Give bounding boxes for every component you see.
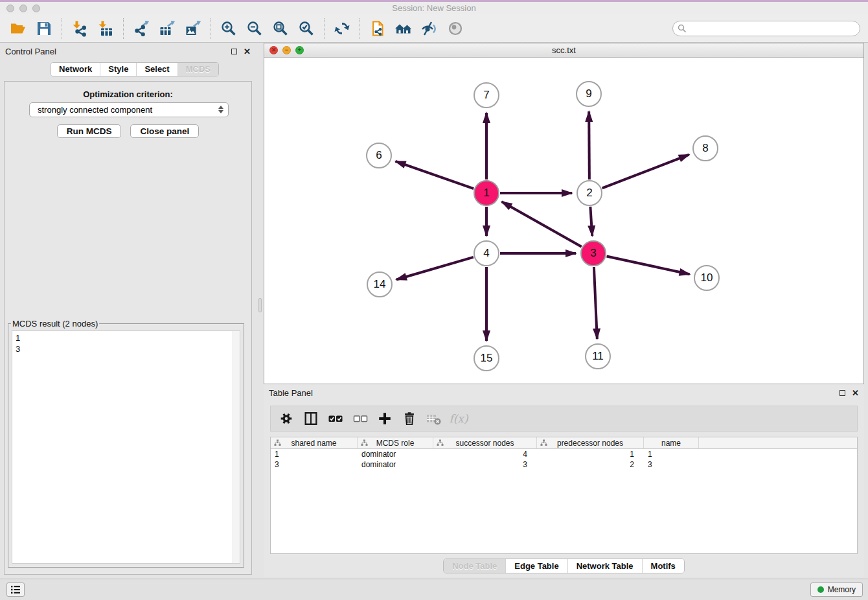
- task-history-button[interactable]: [6, 583, 25, 597]
- float-panel-icon[interactable]: [231, 49, 237, 54]
- save-session-button[interactable]: [31, 16, 57, 41]
- table-cell[interactable]: dominator: [358, 459, 433, 470]
- table-cell[interactable]: 2: [537, 459, 644, 470]
- refresh-button[interactable]: [329, 16, 355, 41]
- column-header-label: MCDS role: [376, 439, 415, 448]
- clone-network-button[interactable]: [365, 16, 391, 41]
- close-table-panel-icon[interactable]: ✕: [852, 389, 859, 397]
- search-input[interactable]: [672, 21, 860, 36]
- zoom-fit-button[interactable]: [268, 16, 293, 41]
- memory-label: Memory: [828, 585, 856, 594]
- edge-3-10[interactable]: [607, 256, 690, 274]
- export-network-button[interactable]: [128, 16, 154, 41]
- float-table-panel-icon[interactable]: [839, 390, 845, 396]
- deselect-all-button[interactable]: [350, 408, 371, 429]
- graph-node-11[interactable]: 11: [585, 343, 611, 369]
- graph-node-4[interactable]: 4: [474, 240, 499, 266]
- edge-2-8[interactable]: [602, 155, 689, 189]
- table-cell[interactable]: 1: [271, 449, 358, 459]
- tab-style[interactable]: Style: [100, 63, 136, 76]
- graph-node-8[interactable]: 8: [692, 135, 718, 161]
- tab-select[interactable]: Select: [136, 63, 177, 76]
- tab-node-table[interactable]: Node Table: [444, 559, 505, 573]
- network-maximize-button[interactable]: +: [295, 46, 304, 54]
- run-mcds-button[interactable]: Run MCDS: [57, 124, 122, 138]
- zoom-out-button[interactable]: [242, 16, 268, 41]
- network-minimize-button[interactable]: −: [282, 46, 291, 54]
- tab-network-table[interactable]: Network Table: [567, 559, 642, 573]
- graph-edges-layer: [264, 58, 863, 384]
- edge-3-11[interactable]: [594, 267, 597, 339]
- open-session-button[interactable]: [5, 16, 31, 41]
- gear-icon: [279, 411, 294, 426]
- mcds-result-fieldset: MCDS result (2 nodes) 1 3: [8, 319, 244, 568]
- result-scrollbar[interactable]: [233, 331, 240, 563]
- graph-node-7[interactable]: 7: [474, 82, 499, 108]
- table-cell[interactable]: 4: [433, 449, 537, 459]
- edge-2-9[interactable]: [589, 111, 589, 179]
- table-cell[interactable]: 3: [644, 459, 699, 470]
- control-panel-tabs: NetworkStyleSelectMCDS: [51, 62, 219, 76]
- export-image-button[interactable]: [180, 16, 206, 41]
- table-settings-button[interactable]: [276, 408, 297, 429]
- table-cell[interactable]: 1: [537, 449, 644, 459]
- edge-2-3[interactable]: [590, 207, 592, 236]
- table-cell[interactable]: 3: [433, 459, 537, 470]
- table-cell[interactable]: dominator: [358, 449, 433, 459]
- window-titlebar: Session: New Session: [0, 2, 868, 14]
- edge-3-1[interactable]: [502, 202, 582, 246]
- column-header-MCDS-role[interactable]: MCDS role: [358, 437, 433, 448]
- graph-node-9[interactable]: 9: [576, 81, 602, 107]
- memory-button[interactable]: Memory: [810, 583, 863, 597]
- graph-node-6[interactable]: 6: [366, 143, 392, 168]
- table-cell[interactable]: 3: [271, 459, 358, 470]
- table-body: 1dominator4113dominator323: [271, 449, 857, 470]
- zoom-selected-button[interactable]: [293, 16, 319, 41]
- column-visibility-button[interactable]: [301, 408, 321, 429]
- home-button[interactable]: [391, 16, 417, 41]
- toolbar-separator: [62, 18, 62, 39]
- import-table-button[interactable]: [93, 16, 119, 41]
- list-icon: [10, 584, 21, 595]
- table-cell[interactable]: 1: [644, 449, 699, 459]
- close-panel-button[interactable]: Close panel: [130, 124, 199, 138]
- graph-node-3[interactable]: 3: [580, 240, 606, 266]
- column-type-icon: [361, 439, 368, 446]
- column-header-shared-name[interactable]: shared name: [271, 437, 358, 448]
- delete-column-button[interactable]: [399, 408, 420, 429]
- column-header-predecessor-nodes[interactable]: predecessor nodes: [537, 437, 644, 448]
- home-icon: [394, 20, 413, 37]
- import-network-button[interactable]: [67, 16, 93, 41]
- mcds-panel: Optimization criterion: strongly connect…: [4, 81, 252, 575]
- column-header-name[interactable]: name: [644, 437, 699, 448]
- network-close-button[interactable]: ✕: [269, 46, 278, 54]
- mcds-result-text[interactable]: 1 3: [13, 332, 232, 562]
- column-header-successor-nodes[interactable]: successor nodes: [433, 437, 537, 448]
- graph-node-15[interactable]: 15: [474, 345, 499, 371]
- table-row[interactable]: 3dominator323: [271, 459, 857, 470]
- graph-node-2[interactable]: 2: [577, 180, 602, 206]
- graph-node-label: 8: [702, 142, 708, 155]
- network-canvas[interactable]: 7968124314101511: [264, 58, 863, 384]
- graph-node-10[interactable]: 10: [694, 265, 720, 291]
- criterion-dropdown[interactable]: strongly connected component: [29, 102, 229, 117]
- tab-edge-table[interactable]: Edge Table: [505, 559, 567, 573]
- edge-1-6[interactable]: [395, 161, 474, 189]
- zoom-in-button[interactable]: [216, 16, 242, 41]
- main-toolbar: [0, 14, 868, 43]
- select-all-button[interactable]: [325, 408, 346, 429]
- tab-mcds[interactable]: MCDS: [177, 63, 218, 76]
- table-row[interactable]: 1dominator411: [271, 449, 857, 459]
- eye-slash-icon: [421, 20, 438, 37]
- network-window-titlebar[interactable]: ✕ − + scc.txt: [264, 43, 863, 58]
- hide-visual-button[interactable]: [417, 16, 442, 41]
- graph-node-14[interactable]: 14: [367, 271, 393, 297]
- edge-4-14[interactable]: [396, 257, 474, 280]
- tab-network[interactable]: Network: [51, 63, 100, 76]
- export-table-button[interactable]: [154, 16, 180, 41]
- plus-icon: [377, 411, 393, 426]
- tab-motifs[interactable]: Motifs: [642, 559, 684, 573]
- close-panel-icon[interactable]: ✕: [244, 47, 251, 56]
- add-column-button[interactable]: [374, 408, 395, 429]
- graph-node-1[interactable]: 1: [474, 180, 499, 206]
